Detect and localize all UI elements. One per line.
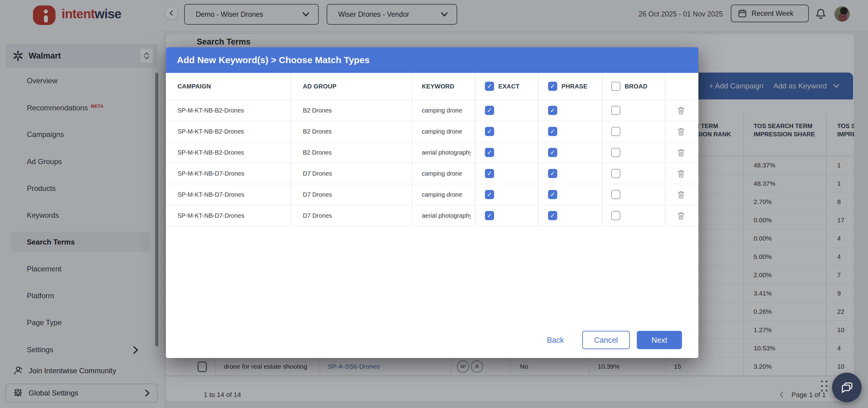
next-button[interactable]: Next [637,331,682,349]
delete-row-button[interactable] [676,211,686,221]
trash-icon [677,106,686,115]
delete-row-button[interactable] [676,169,686,179]
exact-checkbox[interactable] [485,127,494,136]
cancel-button[interactable]: Cancel [582,331,630,349]
phrase-checkbox[interactable] [548,190,557,199]
keyword-row: SP-M-KT-NB-D7-Drones D7 Drones aerial ph… [166,205,699,226]
delete-row-button[interactable] [676,127,686,136]
phrase-checkbox[interactable] [548,169,557,178]
modal-column-exact: EXACT [498,73,519,100]
modal-header: Add New Keyword(s) > Choose Match Types [166,47,699,73]
exact-checkbox[interactable] [485,106,494,115]
chat-bubbles-icon [840,380,854,395]
trash-icon [677,148,686,157]
app-window: intentwise Demo - Wiser Drones Wiser Dro… [0,0,868,408]
trash-icon [677,127,686,136]
keyword-row: SP-M-KT-NB-B2-Drones B2 Drones aerial ph… [166,142,699,163]
delete-row-button[interactable] [676,106,686,116]
phrase-checkbox[interactable] [548,148,557,157]
select-all-broad-checkbox[interactable] [611,82,620,91]
exact-checkbox[interactable] [485,169,494,178]
keyword-row: SP-M-KT-NB-B2-Drones B2 Drones camping d… [166,100,699,121]
phrase-checkbox[interactable] [548,127,557,136]
add-keywords-modal: Add New Keyword(s) > Choose Match Types … [166,47,699,358]
modal-column-ad-group: AD GROUP [303,73,336,100]
modal-column-campaign: CAMPAIGN [178,73,211,100]
broad-checkbox[interactable] [611,127,620,136]
modal-title: Add New Keyword(s) > Choose Match Types [177,47,370,73]
modal-column-keyword: KEYWORD [422,73,455,100]
trash-icon [677,169,686,178]
trash-icon [677,190,686,199]
keyword-row: SP-M-KT-NB-D7-Drones D7 Drones camping d… [166,184,699,205]
keyword-row: SP-M-KT-NB-D7-Drones D7 Drones camping d… [166,163,699,184]
broad-checkbox[interactable] [611,148,620,157]
delete-row-button[interactable] [676,148,686,158]
exact-checkbox[interactable] [485,190,494,199]
exact-checkbox[interactable] [485,211,494,220]
phrase-checkbox[interactable] [548,106,557,115]
exact-checkbox[interactable] [485,148,494,157]
trash-icon [677,211,686,220]
broad-checkbox[interactable] [611,211,620,220]
phrase-checkbox[interactable] [548,211,557,220]
chat-launcher-button[interactable] [832,373,862,402]
select-all-phrase-checkbox[interactable] [548,82,557,91]
back-button[interactable]: Back [542,331,569,349]
drag-handle-icon[interactable] [821,381,828,394]
delete-row-button[interactable] [676,190,686,200]
modal-column-broad: BROAD [625,73,648,100]
broad-checkbox[interactable] [611,106,620,115]
broad-checkbox[interactable] [611,169,620,178]
modal-column-phrase: PHRASE [561,73,587,100]
select-all-exact-checkbox[interactable] [485,82,494,91]
broad-checkbox[interactable] [611,190,620,199]
keyword-row: SP-M-KT-NB-B2-Drones B2 Drones camping d… [166,121,699,142]
